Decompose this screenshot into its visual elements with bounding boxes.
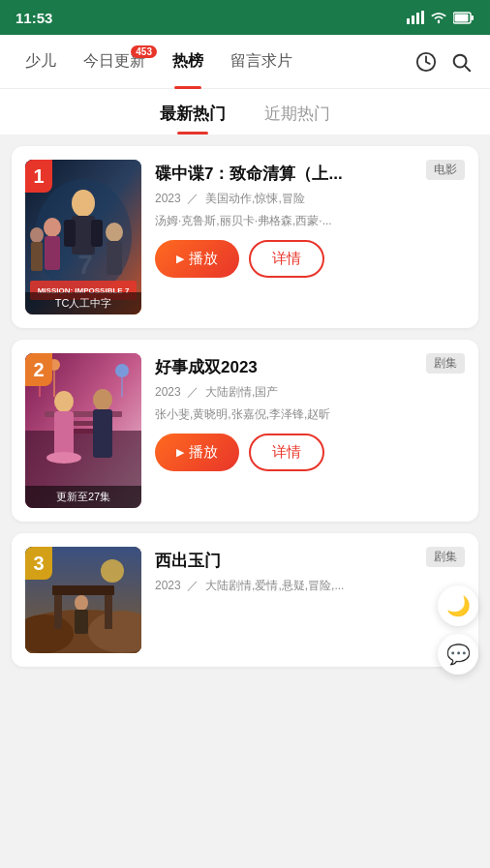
chat-icon: 💬 xyxy=(446,643,471,666)
nav-kids[interactable]: 少儿 xyxy=(12,51,70,72)
card-2-title: 好事成双2023 xyxy=(155,357,416,378)
svg-rect-5 xyxy=(455,14,469,21)
card-1-year: 2023 ／ 美国动作,惊悚,冒险 xyxy=(155,190,465,207)
history-button[interactable] xyxy=(409,45,444,79)
card-2-type: 剧集 xyxy=(426,353,465,374)
float-buttons: 🌙 💬 xyxy=(438,585,478,674)
svg-rect-21 xyxy=(31,242,43,271)
card-1: 电影 xyxy=(12,146,478,328)
card-1-play[interactable]: 播放 xyxy=(155,240,239,278)
night-mode-icon: 🌙 xyxy=(446,594,471,617)
card-1-label: TC人工中字 xyxy=(25,292,141,314)
svg-point-30 xyxy=(54,391,74,412)
card-2-detail[interactable]: 详情 xyxy=(249,434,324,471)
card-1-type: 电影 xyxy=(426,160,465,180)
chat-button[interactable]: 💬 xyxy=(438,634,478,674)
wifi-icon xyxy=(430,11,447,24)
card-1-detail[interactable]: 详情 xyxy=(249,240,324,278)
svg-point-16 xyxy=(44,218,61,237)
svg-point-37 xyxy=(115,364,129,377)
tab-bar: 最新热门 近期热门 xyxy=(0,89,490,135)
svg-rect-6 xyxy=(472,15,475,20)
card-2: 剧集 xyxy=(12,340,478,522)
card-2-year: 2023 ／ 大陆剧情,国产 xyxy=(155,383,465,401)
tab-recent-hot[interactable]: 近期热门 xyxy=(264,103,330,135)
svg-point-18 xyxy=(106,223,123,242)
nav-messages[interactable]: 留言求片 xyxy=(217,51,306,72)
svg-rect-17 xyxy=(45,236,60,270)
svg-point-33 xyxy=(93,389,112,410)
card-3-poster[interactable]: 3 xyxy=(25,547,141,653)
card-2-actions: 播放 详情 xyxy=(155,434,465,471)
card-3-info: 西出玉门 2023 ／ 大陆剧情,爱情,悬疑,冒险,... xyxy=(155,547,465,653)
card-2-label: 更新至27集 xyxy=(25,486,141,508)
svg-rect-14 xyxy=(64,220,76,247)
tab-latest-hot[interactable]: 最新热门 xyxy=(160,103,226,135)
svg-rect-19 xyxy=(107,241,122,275)
card-2-play[interactable]: 播放 xyxy=(155,434,239,471)
status-icons xyxy=(407,11,475,24)
battery-icon xyxy=(453,12,475,24)
status-time: 11:53 xyxy=(15,10,52,26)
svg-text:7: 7 xyxy=(77,250,93,280)
svg-point-48 xyxy=(75,595,88,611)
nav-today[interactable]: 今日更新 453 xyxy=(70,51,159,72)
svg-point-20 xyxy=(30,227,44,243)
rank-1: 1 xyxy=(25,160,52,193)
nav-hot[interactable]: 热榜 xyxy=(159,51,217,72)
card-1-actions: 播放 详情 xyxy=(155,240,465,278)
svg-point-32 xyxy=(46,452,81,464)
svg-rect-34 xyxy=(93,409,112,458)
status-bar: 11:53 xyxy=(0,0,490,35)
svg-point-50 xyxy=(101,559,124,583)
svg-rect-0 xyxy=(407,18,410,24)
svg-rect-46 xyxy=(105,590,112,629)
card-3-title: 西出玉门 xyxy=(155,551,416,572)
svg-rect-3 xyxy=(421,11,424,24)
card-3-year: 2023 ／ 大陆剧情,爱情,悬疑,冒险,... xyxy=(155,577,465,594)
svg-rect-1 xyxy=(412,15,414,24)
content-area: 电影 xyxy=(0,146,490,667)
night-mode-button[interactable]: 🌙 xyxy=(438,585,478,626)
card-1-poster[interactable]: MISSION: IMPOSSIBLE 7 7 1 TC人工中字 xyxy=(25,160,141,314)
card-3: 剧集 xyxy=(12,533,478,667)
svg-rect-45 xyxy=(54,590,62,629)
rank-3: 3 xyxy=(25,547,52,580)
card-1-info: 碟中谍7：致命清算（上... 2023 ／ 美国动作,惊悚,冒险 汤姆·克鲁斯,… xyxy=(155,160,465,314)
svg-rect-15 xyxy=(91,220,103,247)
card-3-type: 剧集 xyxy=(426,547,465,567)
card-1-title: 碟中谍7：致命清算（上... xyxy=(155,164,416,185)
svg-rect-2 xyxy=(416,13,419,24)
top-nav: 少儿 今日更新 453 热榜 留言求片 xyxy=(0,35,490,89)
today-badge: 453 xyxy=(131,45,157,58)
card-2-info: 好事成双2023 2023 ／ 大陆剧情,国产 张小斐,黄晓明,张嘉倪,李泽锋,… xyxy=(155,353,465,508)
svg-point-12 xyxy=(72,190,95,217)
svg-rect-47 xyxy=(52,585,114,595)
rank-2: 2 xyxy=(25,353,52,386)
svg-rect-49 xyxy=(75,610,88,634)
signal-icon xyxy=(407,11,424,24)
card-2-cast: 张小斐,黄晓明,张嘉倪,李泽锋,赵昕 xyxy=(155,405,387,423)
card-2-poster[interactable]: 2 更新至27集 xyxy=(25,353,141,508)
svg-line-9 xyxy=(465,66,470,71)
card-1-cast: 汤姆·克鲁斯,丽贝卡·弗格森,西蒙·... xyxy=(155,212,387,229)
search-button[interactable] xyxy=(444,45,478,79)
